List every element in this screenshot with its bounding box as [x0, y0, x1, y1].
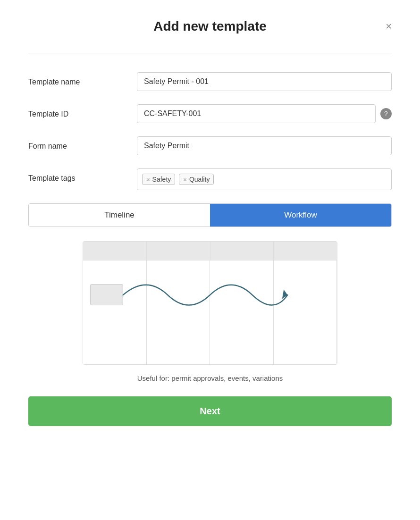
tag-quality: × Quality	[179, 174, 214, 185]
form-name-control	[137, 136, 392, 155]
tab-timeline[interactable]: Timeline	[29, 204, 210, 226]
template-id-label: Template ID	[28, 104, 137, 119]
template-name-input[interactable]	[137, 72, 392, 91]
help-icon[interactable]: ?	[380, 108, 392, 119]
form-name-input[interactable]	[137, 136, 392, 155]
template-tags-label: Template tags	[28, 168, 137, 184]
modal-container: Add new template × Template name Templat…	[0, 0, 420, 520]
template-id-control: ?	[137, 104, 392, 123]
workflow-col-2	[147, 260, 210, 364]
header-divider	[28, 53, 392, 53]
workflow-col-header-3	[210, 242, 274, 260]
form-name-label: Form name	[28, 136, 137, 151]
form-name-row: Form name	[28, 136, 392, 155]
workflow-preview	[83, 241, 337, 365]
tag-quality-remove[interactable]: ×	[183, 176, 187, 183]
tags-input[interactable]: × Safety × Quality	[137, 168, 392, 190]
workflow-col-header-2	[147, 242, 210, 260]
template-id-input[interactable]	[137, 104, 376, 123]
useful-text: Useful for: permit approvals, events, va…	[28, 374, 392, 382]
workflow-card	[90, 284, 123, 305]
template-name-control	[137, 72, 392, 91]
tag-safety-remove[interactable]: ×	[146, 176, 150, 183]
tag-quality-label: Quality	[189, 176, 210, 183]
modal-header: Add new template ×	[28, 19, 392, 34]
template-tags-row: Template tags × Safety × Quality	[28, 168, 392, 190]
tag-safety-label: Safety	[152, 176, 171, 183]
template-name-row: Template name	[28, 72, 392, 91]
workflow-header	[83, 242, 337, 260]
tab-workflow[interactable]: Workflow	[210, 204, 391, 226]
workflow-col-header-4	[274, 242, 337, 260]
template-tags-control: × Safety × Quality	[137, 168, 392, 190]
tag-safety: × Safety	[142, 174, 175, 185]
workflow-col-1	[83, 260, 147, 364]
close-button[interactable]: ×	[386, 21, 392, 32]
template-name-label: Template name	[28, 72, 137, 87]
template-id-row: Template ID ?	[28, 104, 392, 123]
workflow-col-3	[210, 260, 274, 364]
workflow-col-header-1	[83, 242, 147, 260]
modal-title: Add new template	[28, 19, 392, 34]
workflow-body	[83, 260, 337, 364]
workflow-col-4	[274, 260, 337, 364]
next-button[interactable]: Next	[28, 396, 392, 426]
tab-group: Timeline Workflow	[28, 203, 392, 227]
